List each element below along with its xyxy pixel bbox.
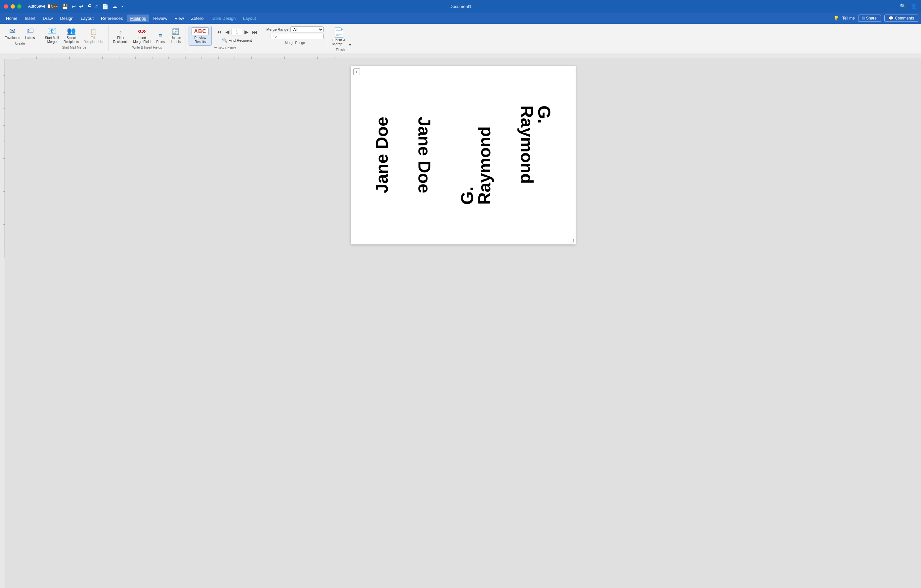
start-mail-merge-button[interactable]: 📧 Start MailMerge [43,26,61,45]
redo-icon[interactable]: ↩ [79,3,83,10]
envelopes-button[interactable]: ✉ Envelopes [3,26,22,41]
ribbon-group-preview-results: ABC PreviewResults ⏮ ◀ ▶ ⏭ 🔍 Find Recipi… [186,25,263,51]
ribbon: ✉ Envelopes 🏷 Labels Create 📧 Start Mail… [0,24,921,53]
select-recipients-label: SelectRecipients [63,36,79,44]
home-icon[interactable]: ⌂ [95,3,99,9]
print-icon[interactable]: 🖨 [87,3,92,9]
menu-view[interactable]: View [171,15,187,22]
merge-range-select[interactable]: All Current Record Custom [290,26,324,32]
recipients-icon: 👥 [67,27,76,36]
menubar: Home Insert Draw Design Layout Reference… [0,13,921,24]
svg-rect-0 [20,53,921,59]
menu-draw[interactable]: Draw [39,15,56,22]
edit-recipient-list-button[interactable]: 📋 EditRecipient List [82,27,106,45]
minimize-button[interactable] [11,4,15,8]
share-icon: ⎘ [862,16,865,21]
autosave-knob [48,4,50,8]
ruler-top [20,53,921,59]
label-icon: 🏷 [26,27,34,36]
ribbon-group-finish: 📄 Finish &Merge ▾ Finish [327,25,354,53]
menu-home[interactable]: Home [3,15,21,22]
lightbulb-icon: 💡 [833,16,839,21]
menu-zotero[interactable]: Zotero [188,15,207,22]
nav-last-button[interactable]: ⏭ [251,28,259,36]
account-icon[interactable]: 👤 [911,3,917,9]
nav-next-button[interactable]: ▶ [243,28,250,36]
menu-insert[interactable]: Insert [21,15,39,22]
labels-label: Labels [25,36,35,40]
document-page: + Jane Doe Jane Doe G. Raymond G. Raymon… [351,66,576,244]
search-icon[interactable]: 🔍 [900,3,906,9]
menubar-right: 💡 Tell me ⎘ Share 💬 Comments [833,15,918,22]
add-block-button[interactable]: + [353,68,360,75]
label-col-2: Jane Doe [416,106,433,205]
finish-merge-button[interactable]: 📄 Finish &Merge [330,26,348,47]
menu-review[interactable]: Review [150,15,171,22]
autosave-area: AutoSave OFF [28,4,58,9]
share-label: Share [866,16,877,21]
traffic-lights [4,4,21,8]
document-area[interactable]: + Jane Doe Jane Doe G. Raymond G. Raymon… [5,59,921,588]
ruler-container [0,53,921,59]
nav-prev-button[interactable]: ◀ [224,28,231,36]
autosave-toggle[interactable]: OFF [47,4,58,9]
select-recipients-button[interactable]: 👥 SelectRecipients [62,26,81,45]
merge-range-row: Merge Range All Current Record Custom [266,26,324,32]
update-icon: 🔄 [172,28,179,36]
merge-range-label: Merge Range [266,28,288,31]
share-button[interactable]: ⎘ Share [858,15,881,22]
menu-references[interactable]: References [98,15,126,22]
preview-results-button[interactable]: ABC PreviewResults [189,26,212,45]
ribbon-group-start-mail-merge: 📧 Start MailMerge 👥 SelectRecipients 📋 E… [41,25,109,50]
label-text-1: Jane Doe [373,117,391,193]
save-icon[interactable]: 💾 [62,3,68,10]
autosave-off-label: OFF [51,5,57,8]
titlebar-right: 🔍 👤 [900,3,917,9]
preview-results-group-label: Preview Results [212,46,236,50]
finish-icon: 📄 [333,27,345,38]
comments-button[interactable]: 💬 Comments [884,15,918,22]
menu-layout[interactable]: Layout [77,15,97,22]
tell-me-label[interactable]: Tell me [842,16,855,21]
titlebar: AutoSave OFF 💾 ↩ ↩ 🖨 ⌂ 📄 ☁ ··· Document1… [0,0,921,13]
find-recipient-icon: 🔍 [222,38,227,43]
content-area: + Jane Doe Jane Doe G. Raymond G. Raymon… [0,59,921,588]
insert-merge-field-button[interactable]: «» InsertMerge Field [131,26,153,45]
doc-icon[interactable]: 📄 [102,3,109,10]
close-button[interactable] [4,4,8,8]
document-title: Document1 [449,4,472,9]
create-buttons: ✉ Envelopes 🏷 Labels [3,26,37,41]
filter-recipients-label: FilterRecipients [113,36,129,44]
write-insert-group-label: Write & Insert Fields [132,45,162,49]
merge-to-input[interactable] [271,34,324,39]
nav-current-input[interactable] [231,29,242,36]
menu-design[interactable]: Design [57,15,77,22]
menu-layout-2[interactable]: Layout [240,15,259,22]
merge-range-section: Merge Range All Current Record Custom Me… [263,25,327,46]
ruler-side-top [0,53,20,59]
undo-icon[interactable]: ↩ [72,3,76,10]
finish-label: Finish &Merge [332,38,346,46]
cloud-icon[interactable]: ☁ [112,3,117,10]
rules-label: Rules [156,40,165,44]
insert-merge-field-label: InsertMerge Field [133,36,151,44]
nav-first-button[interactable]: ⏮ [215,28,223,36]
update-labels-button[interactable]: 🔄 UpdateLabels [168,27,183,45]
finish-buttons: 📄 Finish &Merge ▾ [330,26,351,47]
rules-button[interactable]: ≡ Rules [153,31,168,45]
label-text-4: G. Raymond [518,106,553,205]
to-row [271,34,324,39]
label-text-3: G. Raymond [459,106,493,205]
labels-button[interactable]: 🏷 Labels [23,26,37,41]
maximize-button[interactable] [17,4,21,8]
update-labels-label: UpdateLabels [170,36,181,44]
menu-mailings[interactable]: Mailings [127,15,150,22]
resize-handle[interactable] [570,239,574,242]
menu-table-design[interactable]: Table Design [207,15,239,22]
comments-label: Comments [895,16,914,21]
filter-recipients-button[interactable]: ⬦ FilterRecipients [111,28,131,45]
envelopes-label: Envelopes [5,36,20,40]
find-recipient-button[interactable]: 🔍 Find Recipient [221,37,253,43]
more-icon[interactable]: ··· [120,3,125,9]
finish-dropdown-arrow[interactable]: ▾ [349,43,351,47]
